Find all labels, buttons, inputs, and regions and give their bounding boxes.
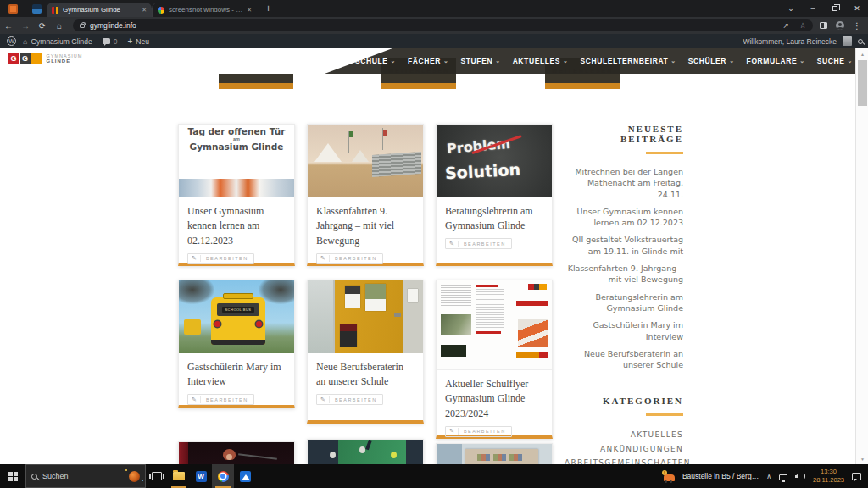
edit-post-button[interactable]: ✎ BEARBEITEN (187, 253, 254, 264)
pinned-tab-icon-orange[interactable] (8, 4, 18, 14)
tab-gymnasium-glinde[interactable]: Gymnasium Glinde ✕ (47, 3, 152, 17)
post-thumbnail[interactable] (437, 444, 552, 464)
post-thumbnail[interactable] (308, 280, 423, 353)
nav-schule[interactable]: SCHULE⌄ (355, 57, 396, 65)
close-button[interactable]: ✕ (846, 0, 868, 17)
taskbar-clock[interactable]: 13:30 28.11.2023 (813, 468, 844, 485)
post-thumbnail[interactable] (437, 280, 552, 370)
scrollbar-thumb[interactable] (858, 60, 867, 106)
tab-close-icon[interactable]: ✕ (142, 7, 147, 14)
recent-post-link[interactable]: Gastschülerin Mary im Interview (565, 319, 683, 342)
adminbar-welcome[interactable]: Willkommen, Laura Reinecke (743, 37, 837, 46)
adminbar-search-icon[interactable] (858, 39, 863, 44)
search-icon (31, 474, 37, 480)
photos-button[interactable] (234, 464, 256, 488)
post-title[interactable]: Neue Berufsberaterin an unserer Schule (316, 360, 415, 390)
nav-stufen[interactable]: STUFEN⌄ (461, 57, 501, 65)
edit-post-button[interactable]: ✎ BEARBEITEN (445, 426, 512, 437)
edit-post-button[interactable]: ✎ BEARBEITEN (187, 394, 254, 405)
address-bar[interactable]: gymglinde.info ↗ ☆ (73, 19, 813, 31)
category-link[interactable]: ARBEITSGEMEINSCHAFTEN (565, 456, 683, 464)
recent-post-link[interactable]: Mitrechnen bei der Langen Mathenacht am … (565, 166, 683, 200)
post-title[interactable]: Klassenfahrten 9. Jahrgang – mit viel Be… (316, 204, 415, 248)
side-panel-icon[interactable] (820, 22, 827, 29)
share-icon[interactable]: ↗ (782, 21, 789, 30)
pinned-tab-icon-blue[interactable] (32, 4, 42, 14)
poster-letters (477, 454, 525, 461)
nav-schueler[interactable]: SCHÜLER⌄ (688, 57, 735, 65)
post-thumbnail[interactable] (179, 442, 294, 464)
network-icon[interactable] (779, 474, 787, 480)
post-thumbnail[interactable] (308, 125, 423, 197)
bing-daily-planet-icon[interactable] (129, 471, 140, 482)
recent-post-link[interactable]: Beratungslehrerin am Gymnasium Glinde (565, 291, 683, 314)
forward-icon[interactable]: → (17, 21, 34, 30)
edit-post-button[interactable]: ✎ BEARBEITEN (316, 253, 383, 264)
url-text[interactable]: gymglinde.info (90, 21, 136, 30)
hidden-icons-chevron[interactable]: ∧ (766, 473, 771, 480)
post-card: Problem Solution Beratungslehrerin am Gy… (436, 124, 553, 266)
minimize-button[interactable]: – (802, 0, 824, 17)
profile-avatar-icon[interactable] (836, 21, 844, 30)
adminbar-comments[interactable]: 0 (103, 37, 118, 46)
tab-search-icon[interactable]: ⌄ (780, 0, 802, 17)
tab-google-search[interactable]: screenshot windows - Google S… ✕ (152, 3, 257, 17)
edit-post-button[interactable]: ✎ BEARBEITEN (316, 394, 383, 405)
start-button[interactable] (0, 464, 25, 488)
page-scrollbar[interactable]: ▲ ▼ (855, 48, 868, 464)
chrome-button[interactable] (212, 464, 234, 488)
recent-post-link[interactable]: Klassenfahrten 9. Jahrgang – mit viel Be… (565, 263, 683, 286)
plus-icon: + (127, 36, 132, 46)
site-logo[interactable]: G G GYMNASIUM GLINDE (8, 53, 82, 64)
post-thumbnail[interactable]: Tag der offenen Tür am Gymnasium Glinde (179, 125, 294, 197)
task-view-button[interactable] (146, 464, 168, 488)
recent-post-link[interactable]: Neue Berufsberaterin an unserer Schule (565, 348, 683, 371)
nav-faecher[interactable]: FÄCHER⌄ (408, 57, 448, 65)
back-icon[interactable]: ← (0, 21, 17, 30)
word-button[interactable]: W (190, 464, 212, 488)
action-center-icon[interactable] (852, 473, 861, 480)
heading-underline (646, 152, 683, 154)
nav-aktuelles[interactable]: AKTUELLES⌄ (513, 57, 569, 65)
adminbar-new-button[interactable]: + Neu (127, 36, 148, 46)
volume-icon[interactable] (795, 472, 805, 480)
nav-suche[interactable]: SUCHE⌄ (817, 57, 853, 65)
scroll-down-icon[interactable]: ▼ (856, 453, 868, 464)
nav-schulelternbeirat[interactable]: SCHULELTERNBEIRAT⌄ (581, 57, 676, 65)
post-title[interactable]: Gastschülerin Mary im Interview (187, 360, 286, 390)
bus-light (256, 321, 262, 327)
tab-close-icon[interactable]: ✕ (247, 7, 252, 14)
post-thumbnail[interactable]: SCHOOL BUS (179, 280, 294, 353)
home-icon[interactable]: ⌂ (51, 21, 68, 30)
browser-menu-icon[interactable]: ⋮ (853, 21, 861, 30)
post-title[interactable]: Unser Gymnasium kennen lernen am 02.12.2… (187, 204, 286, 248)
traffic-alert-icon[interactable] (664, 474, 675, 481)
taskbar-search-input[interactable]: Suchen (25, 464, 146, 488)
category-link[interactable]: ANKÜNDIGUNGEN (565, 442, 683, 456)
post-card: Klassenfahrten 9. Jahrgang – mit viel Be… (307, 124, 424, 266)
edit-post-button[interactable]: ✎ BEARBEITEN (445, 238, 512, 249)
edit-label: BEARBEITEN (201, 397, 253, 402)
scroll-up-icon[interactable]: ▲ (856, 48, 868, 59)
tab-title: screenshot windows - Google S… (169, 6, 243, 14)
new-tab-button[interactable]: + (265, 3, 271, 14)
wordpress-logo-icon[interactable]: W (7, 36, 16, 46)
post-title[interactable]: Aktueller Schulflyer Gymnasium Glinde 20… (445, 377, 543, 421)
category-link[interactable]: AKTUELLES (565, 428, 683, 441)
post-thumbnail[interactable]: Problem Solution (437, 125, 552, 197)
post-thumbnail[interactable] (308, 440, 423, 464)
browser-titlebar: Gymnasium Glinde ✕ screenshot windows - … (0, 0, 868, 17)
bookmark-star-icon[interactable]: ☆ (799, 21, 806, 30)
traffic-alert-text[interactable]: Baustelle in B5 / Berg… (682, 472, 759, 480)
logo-orange-square (31, 53, 42, 64)
nav-formulare[interactable]: FORMULARE⌄ (747, 57, 805, 65)
file-explorer-button[interactable] (168, 464, 190, 488)
page-content: WEITERLESEN WEITERLESEN WEITERLESEN G G … (0, 48, 868, 464)
recent-post-link[interactable]: Unser Gymnasium kennen lernen am 02.12.2… (565, 206, 683, 229)
restore-button[interactable] (824, 0, 846, 17)
reload-icon[interactable]: ⟳ (34, 21, 51, 30)
post-title[interactable]: Beratungslehrerin am Gymnasium Glinde (445, 204, 543, 234)
recent-post-link[interactable]: QII gestaltet Volkstrauertag am 19.11. i… (565, 234, 683, 257)
user-avatar[interactable] (843, 36, 852, 46)
adminbar-site-link[interactable]: ⌂ Gymnasium Glinde (23, 37, 92, 46)
